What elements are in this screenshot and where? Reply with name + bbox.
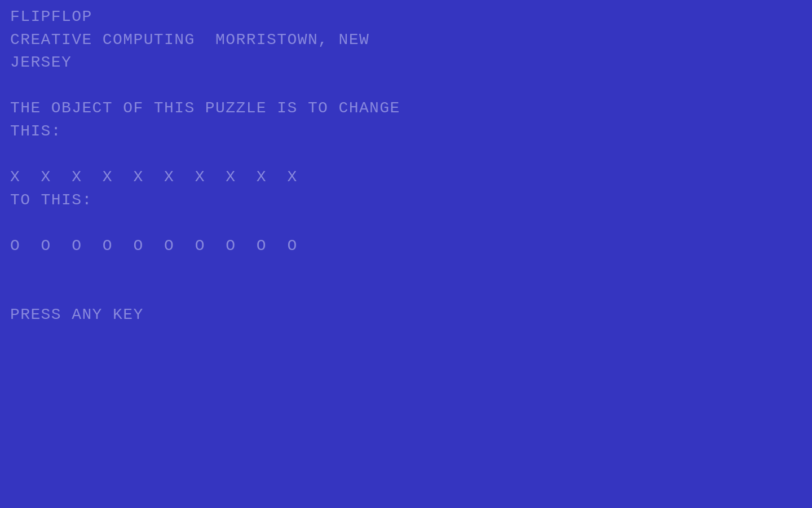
blank2 <box>10 143 802 167</box>
xs-line: X X X X X X X X X X <box>10 166 802 189</box>
blank1 <box>10 75 802 98</box>
to-this-line: TO THIS: <box>10 189 802 212</box>
title-line: FLIPFLOP <box>10 6 802 29</box>
subtitle2-line: JERSEY <box>10 51 802 75</box>
blank5 <box>10 281 802 304</box>
subtitle-line: CREATIVE COMPUTING MORRISTOWN, NEW <box>10 29 802 52</box>
desc1-line: THE OBJECT OF THIS PUZZLE IS TO CHANGE <box>10 97 802 120</box>
blank3 <box>10 212 802 235</box>
retro-screen: FLIPFLOP CREATIVE COMPUTING MORRISTOWN, … <box>0 0 812 508</box>
os-line: O O O O O O O O O O <box>10 235 802 258</box>
blank4 <box>10 258 802 281</box>
desc2-line: THIS: <box>10 120 802 143</box>
press-any-key-line[interactable]: PRESS ANY KEY <box>10 304 802 327</box>
